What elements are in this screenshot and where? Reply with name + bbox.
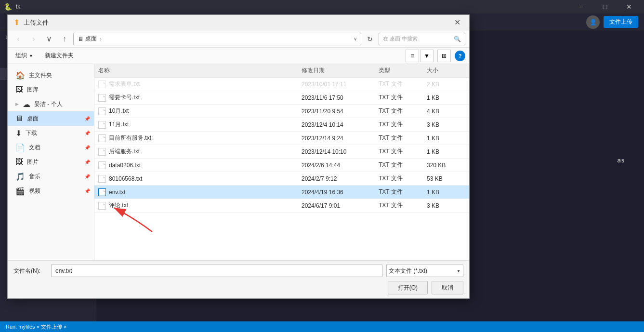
file-name-cell: data0206.txt [98,161,302,169]
dialog-footer: 文件名(N): 文本文件 (*.txt) 所有文件 (*.*) ▼ 打开(O) … [8,260,469,298]
pin-icon-videos: 📌 [84,188,90,194]
sidebar-item-pictures[interactable]: 🖼 图片 📌 [8,155,94,169]
documents-icon: 📄 [15,143,25,152]
txt-file-icon [98,94,106,102]
dialog-body: 🏠 主文件夹 🖼 图库 ▶ ☁ 晏洁 - 个人 🖥 桌面 📌 ⬇ 下载 📌 [8,64,469,260]
pin-icon-documents: 📌 [84,145,90,150]
filetype-select-wrapper: 文本文件 (*.txt) 所有文件 (*.*) ▼ [386,265,463,277]
code-suffix: as [617,156,625,165]
table-row[interactable]: 80106568.txt 2024/2/7 9:12 TXT 文件 53 KB [94,172,469,186]
dialog-titlebar: ⬆ 上传文件 ✕ [8,15,469,30]
filename-input[interactable] [51,265,382,277]
pin-icon-music: 📌 [84,174,90,179]
sidebar-item-desktop[interactable]: 🖥 桌面 📌 [8,111,94,126]
address-bar[interactable]: 🖥 桌面 › ∨ [73,33,361,45]
refresh-button[interactable]: ↻ [363,32,377,46]
table-row[interactable]: 需要卡号.txt 2023/11/6 17:50 TXT 文件 1 KB [94,91,469,105]
maximize-button[interactable]: □ [594,0,616,13]
file-name-cell: 评论.txt [98,201,302,210]
sidebar-item-personal[interactable]: ▶ ☁ 晏洁 - 个人 [8,97,94,111]
close-button[interactable]: ✕ [618,0,640,13]
nav-back-button[interactable]: ‹ [12,32,25,46]
table-row[interactable]: data0206.txt 2024/2/6 14:44 TXT 文件 320 K… [94,159,469,172]
dialog-title: 上传文件 [24,18,49,27]
desktop-icon: 🖥 [15,114,23,123]
dialog-buttons: 打开(O) 取消 [13,281,463,294]
table-row[interactable]: 11月.txt 2023/12/4 10:14 TXT 文件 3 KB [94,118,469,132]
help-button[interactable]: ? [455,51,465,61]
sidebar-item-downloads[interactable]: ⬇ 下载 📌 [8,126,94,140]
table-row[interactable]: 目前所有服务.txt 2023/12/14 9:24 TXT 文件 1 KB [94,132,469,145]
filetype-select[interactable]: 文本文件 (*.txt) 所有文件 (*.*) [386,265,463,277]
file-name-cell: 后端服务.txt [98,147,302,156]
address-icon: 🖥 [78,36,83,42]
ide-titlebar: 🐍 tk ─ □ ✕ [0,0,644,13]
file-dialog: ⬆ 上传文件 ✕ ‹ › ∨ ↑ 🖥 桌面 › ∨ ↻ 在 桌面 中搜索 🔍 组… [7,14,470,299]
filename-row: 文件名(N): 文本文件 (*.txt) 所有文件 (*.*) ▼ [13,265,463,277]
nav-up-button[interactable]: ↑ [58,32,71,46]
nav-recent-button[interactable]: ∨ [42,32,56,46]
open-button[interactable]: 打开(O) [388,281,428,294]
expand-icon: ▶ [15,102,19,106]
sidebar-item-gallery[interactable]: 🖼 图库 [8,82,94,97]
txt-file-icon [98,121,106,129]
file-icon-partial [98,80,106,88]
txt-file-icon [98,161,106,169]
pin-icon-pictures: 📌 [84,159,90,165]
organize-button[interactable]: 组织 ▼ [12,50,37,62]
ide-window-controls: ─ □ ✕ [570,0,640,13]
list-view-button[interactable]: ≡ [406,50,419,62]
gallery-icon: 🖼 [15,85,23,94]
downloads-icon: ⬇ [15,129,22,138]
file-name-cell: 11月.txt [98,120,302,129]
user-icon[interactable]: 👤 [586,15,600,29]
details-view-button[interactable]: ▼ [420,50,434,62]
filename-label: 文件名(N): [13,267,47,275]
txt-file-icon [98,202,106,210]
dialog-title-icon: ⬆ [13,18,20,27]
txt-file-icon-env [98,188,106,196]
file-list-header: 名称 修改日期 类型 大小 [94,64,469,78]
file-name-cell-env: env.txt [98,188,302,196]
dialog-nav-bar: ‹ › ∨ ↑ 🖥 桌面 › ∨ ↻ 在 桌面 中搜索 🔍 [8,30,469,48]
search-bar[interactable]: 在 桌面 中搜索 🔍 [379,33,465,45]
table-row-selected[interactable]: env.txt 2024/4/19 16:36 TXT 文件 1 KB [94,186,469,199]
nav-forward-button[interactable]: › [27,32,40,46]
dialog-toolbar: 组织 ▼ 新建文件夹 ≡ ▼ ⊞ ? [8,48,469,64]
sidebar-item-videos[interactable]: 🎬 视频 📌 [8,184,94,198]
file-name-cell: 需要卡号.txt [98,93,302,102]
dialog-sidebar: 🏠 主文件夹 🖼 图库 ▶ ☁ 晏洁 - 个人 🖥 桌面 📌 ⬇ 下载 📌 [8,64,94,260]
sidebar-item-music[interactable]: 🎵 音乐 📌 [8,169,94,184]
table-row[interactable]: 评论.txt 2024/6/17 9:01 TXT 文件 3 KB [94,199,469,212]
pin-icon-desktop: 📌 [84,116,90,121]
dialog-close-button[interactable]: ✕ [451,16,463,29]
pin-icon-downloads: 📌 [84,131,90,136]
table-row[interactable]: 10月.txt 2023/11/20 9:54 TXT 文件 4 KB [94,105,469,118]
cancel-button[interactable]: 取消 [432,281,463,294]
address-dropdown-icon[interactable]: ∨ [354,36,357,41]
ide-statusbar: Run: myfiles × 文件上传 × [0,321,644,332]
table-row[interactable]: 后端服务.txt 2023/12/14 10:10 TXT 文件 1 KB [94,145,469,159]
new-folder-button[interactable]: 新建文件夹 [41,50,78,62]
videos-icon: 🎬 [15,186,25,196]
txt-file-icon [98,134,106,142]
ide-title: tk [16,3,20,10]
search-placeholder-text: 在 桌面 中搜索 [383,35,418,42]
txt-file-icon [98,175,106,183]
sidebar-item-documents[interactable]: 📄 文档 📌 [8,140,94,155]
sidebar-item-home[interactable]: 🏠 主文件夹 [8,68,94,82]
txt-file-icon [98,107,106,115]
upload-button[interactable]: 文件上传 [604,16,638,28]
address-path: 桌面 [85,35,97,43]
file-name-cell: 80106568.txt [98,175,302,183]
cloud-icon: ☁ [23,100,30,109]
file-name-cell: 目前所有服务.txt [98,134,302,142]
large-icons-button[interactable]: ⊞ [437,50,451,62]
pictures-icon: 🖼 [15,158,23,166]
minimize-button[interactable]: ─ [570,0,592,13]
view-toggle-buttons: ≡ ▼ [406,50,434,62]
table-row[interactable]: 需求表单.txt 2023/10/01 17:11 TXT 文件 2 KB [94,78,469,91]
file-list: 名称 修改日期 类型 大小 需求表单.txt 2023/10/01 17:11 … [94,64,469,260]
music-icon: 🎵 [15,172,25,181]
home-icon: 🏠 [15,71,25,80]
